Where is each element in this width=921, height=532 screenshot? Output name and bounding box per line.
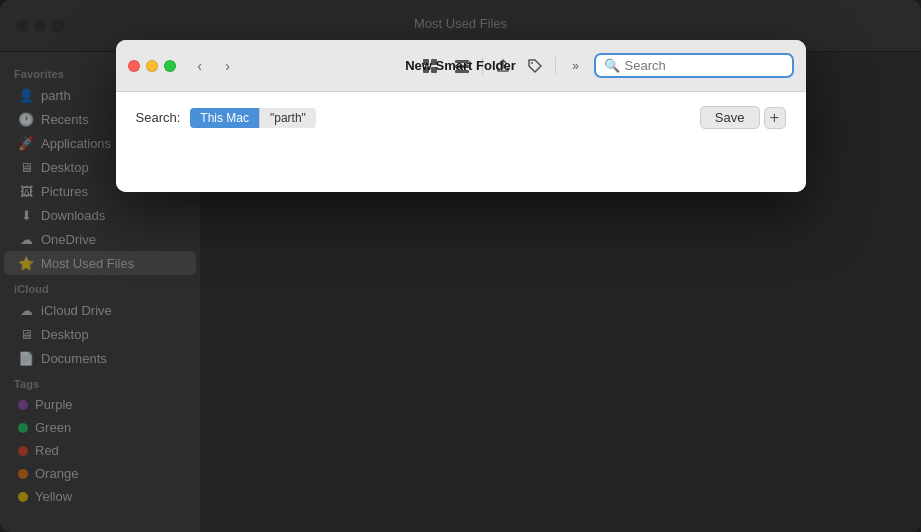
save-area: Save + [700,106,786,129]
modal-titlebar: ‹ › New Smart Folder [116,40,806,92]
location-token[interactable]: This Mac [190,108,259,128]
search-criteria-row: Search: This Mac "parth" Save + [136,106,786,129]
search-input[interactable] [625,58,784,73]
save-button[interactable]: Save [700,106,760,129]
more-icon: » [572,59,579,73]
tag-icon [527,58,543,74]
toolbar-divider-2 [555,57,556,75]
forward-icon: › [225,58,230,74]
search-icon: 🔍 [604,58,620,73]
smart-folder-modal: ‹ › New Smart Folder [116,40,806,192]
back-button[interactable]: ‹ [188,54,212,78]
maximize-button[interactable] [164,60,176,72]
search-bar[interactable]: 🔍 [594,53,794,78]
modal-content: Search: This Mac "parth" Save + [116,92,806,192]
svg-point-7 [531,62,533,64]
add-criteria-button[interactable]: + [764,107,786,129]
back-icon: ‹ [197,58,202,74]
more-button[interactable]: » [562,52,590,80]
modal-title: New Smart Folder [405,58,516,73]
query-token[interactable]: "parth" [259,108,316,128]
tag-button[interactable] [521,52,549,80]
minimize-button[interactable] [146,60,158,72]
navigation-buttons: ‹ › [188,54,240,78]
search-criteria-label: Search: [136,110,181,125]
search-token: This Mac "parth" [190,108,316,128]
traffic-lights [128,60,176,72]
forward-button[interactable]: › [216,54,240,78]
modal-overlay: ‹ › New Smart Folder [0,0,921,532]
close-button[interactable] [128,60,140,72]
